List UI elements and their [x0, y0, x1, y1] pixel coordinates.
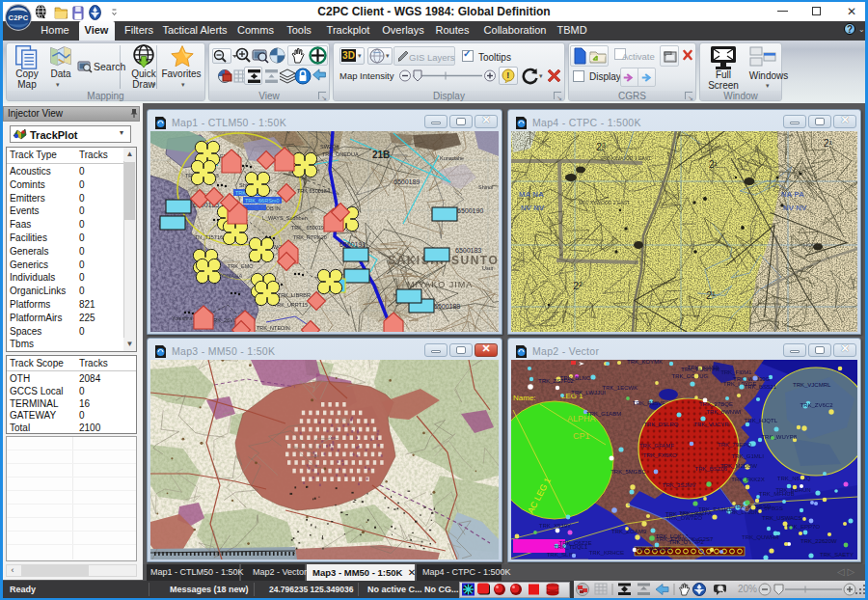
- svg-text:TRK_G1ABM: TRK_G1ABM: [586, 411, 621, 417]
- svg-text:6500190: 6500190: [457, 207, 483, 214]
- svg-text:TRK_ZS7F02: TRK_ZS7F02: [538, 378, 574, 384]
- svg-text:6500189: 6500189: [393, 178, 420, 185]
- svg-text:6500191: 6500191: [339, 241, 366, 248]
- svg-text:NV NV: NV NV: [521, 204, 545, 212]
- svg-text:TRK_3SJMV: TRK_3SJMV: [663, 482, 696, 488]
- svg-text:6500188: 6500188: [434, 303, 460, 310]
- svg-text:TRK_WJJ30G: TRK_WJJ30G: [733, 376, 771, 382]
- svg-text:TRK_UPRT15: TRK_UPRT15: [274, 302, 308, 308]
- svg-text:TRK_G1MLI: TRK_G1MLI: [731, 453, 764, 459]
- svg-text:TRK_FX6KO: TRK_FX6KO: [643, 452, 677, 458]
- svg-text:6500183: 6500183: [455, 247, 481, 254]
- svg-text:TRK_EQNKOKvG2S7: TRK_EQNKOKvG2S7: [656, 536, 714, 542]
- svg-text:TRK_WUYP8: TRK_WUYP8: [761, 434, 797, 440]
- svg-text:TRK_22620W: TRK_22620W: [800, 538, 837, 544]
- svg-text:21B: 21B: [372, 150, 390, 160]
- svg-text:TRK_USWACS: TRK_USWACS: [762, 515, 801, 521]
- svg-text:TRK_ONEDUA: TRK_ONEDUA: [322, 151, 359, 157]
- svg-text:SPC XXWOOD 1 EAST: SPC XXWOOD 1 EAST: [600, 155, 651, 161]
- svg-text:2¹: 2¹: [824, 138, 833, 149]
- svg-text:TRK_M2DBW: TRK_M2DBW: [720, 463, 757, 469]
- svg-text:C2PC: C2PC: [8, 14, 28, 22]
- svg-text:TRK_NTEOIN: TRK_NTEOIN: [257, 325, 290, 331]
- svg-text:TRK_FUGYPR: TRK_FUGYPR: [681, 367, 720, 372]
- svg-text:TRK_5MGBC: TRK_5MGBC: [610, 469, 646, 475]
- svg-text:MA NA: MA NA: [519, 190, 544, 199]
- svg-text:TRK_ZV6C2: TRK_ZV6C2: [800, 402, 834, 408]
- svg-text:TRK_66RSm0: TRK_66RSm0: [245, 198, 279, 204]
- svg-text:TRK_27BQE: TRK_27BQE: [699, 401, 733, 407]
- svg-text:TRK_KOYMK: TRK_KOYMK: [627, 360, 663, 365]
- svg-text:NA PA: NA PA: [781, 190, 804, 199]
- svg-text:!: !: [506, 70, 509, 80]
- svg-text:TRK_RTPK20: TRK_RTPK20: [293, 234, 327, 240]
- svg-text:TRK_79EPQ: TRK_79EPQ: [718, 442, 751, 448]
- svg-text:TRK_QUWHR: TRK_QUWHR: [742, 534, 779, 540]
- svg-text:TRK_ZOAM9: TRK_ZOAM9: [611, 529, 647, 534]
- svg-text:TRK_GFAMF: TRK_GFAMF: [639, 443, 674, 449]
- svg-text:CP1: CP1: [573, 431, 590, 441]
- svg-text:Yonishra: Yonishra: [172, 315, 193, 321]
- svg-text:TRK_KRHCE: TRK_KRHCE: [589, 550, 624, 556]
- svg-text:TRK_ 6500191: TRK_ 6500191: [291, 225, 327, 231]
- svg-text:HOOD: HOOD: [803, 242, 822, 248]
- svg-text:L_WAYS_Sudhben: L_WAYS_Sudhben: [262, 215, 308, 221]
- svg-text:TRK_VUCYR: TRK_VUCYR: [694, 422, 730, 427]
- svg-text:TRK_SAETY: TRK_SAETY: [820, 552, 854, 558]
- svg-text:TN_T15716: TN_T15716: [195, 234, 223, 240]
- svg-text:TRK_9NUFAX: TRK_9NUFAX: [665, 511, 703, 517]
- svg-text:TRK_8WNWI: TRK_8WNWI: [707, 409, 742, 415]
- svg-text:TRK_LWJJUI: TRK_LWJJUI: [571, 390, 606, 395]
- svg-text:TRK_WSHI28: TRK_WSHI28: [635, 546, 671, 552]
- svg-text:Shinoi: Shinoi: [478, 184, 493, 190]
- svg-text:2³: 2³: [596, 141, 606, 152]
- svg-text:TRK 6500184: TRK 6500184: [297, 188, 330, 194]
- svg-text:YONAHA: YONAHA: [218, 273, 242, 279]
- svg-text:TRK_EMO: TRK_EMO: [228, 263, 254, 269]
- svg-text:TRK_X519Y: TRK_X519Y: [539, 523, 571, 529]
- svg-text:Kunadahe: Kunadahe: [440, 155, 464, 161]
- svg-text:NV NV: NV NV: [783, 204, 807, 212]
- svg-text:TRK_CORUG: TRK_CORUG: [672, 373, 709, 379]
- svg-text:20%: 20%: [738, 584, 757, 594]
- svg-text:TRK_FKK2X: TRK_FKK2X: [731, 477, 764, 482]
- svg-text:TRK_C6Z2E: TRK_C6Z2E: [559, 540, 592, 546]
- svg-text:2¹: 2¹: [709, 159, 719, 170]
- svg-text:SW2O#: SW2O#: [320, 144, 339, 150]
- svg-text:TRK_LIBRBR: TRK_LIBRBR: [278, 292, 311, 298]
- svg-text:TRK_DSLRQ: TRK_DSLRQ: [644, 422, 679, 427]
- svg-text:TRK_HJQTL: TRK_HJQTL: [745, 418, 778, 423]
- svg-text:TRK_1ECWK: TRK_1ECWK: [602, 385, 637, 391]
- svg-text:Usur: Usur: [482, 265, 494, 271]
- svg-text:Name:: Name:: [513, 394, 536, 402]
- svg-text:MIYAKO JIMA: MIYAKO JIMA: [407, 280, 473, 289]
- svg-text:SPC XXWOOD 2 EAST: SPC XXWOOD 2 EAST: [579, 200, 630, 205]
- svg-text:TRK_R35VF: TRK_R35VF: [633, 400, 665, 406]
- svg-text:2²: 2²: [573, 280, 583, 291]
- svg-text:TRK_VJCMRL: TRK_VJCMRL: [793, 382, 831, 388]
- svg-text:TRK_N6T2Q: TRK_N6T2Q: [777, 476, 811, 481]
- svg-text:TRK_FI0M1: TRK_FI0M1: [720, 369, 752, 375]
- svg-text:2¹: 2¹: [706, 289, 716, 301]
- svg-text:TRK_MFHUB: TRK_MFHUB: [759, 491, 795, 497]
